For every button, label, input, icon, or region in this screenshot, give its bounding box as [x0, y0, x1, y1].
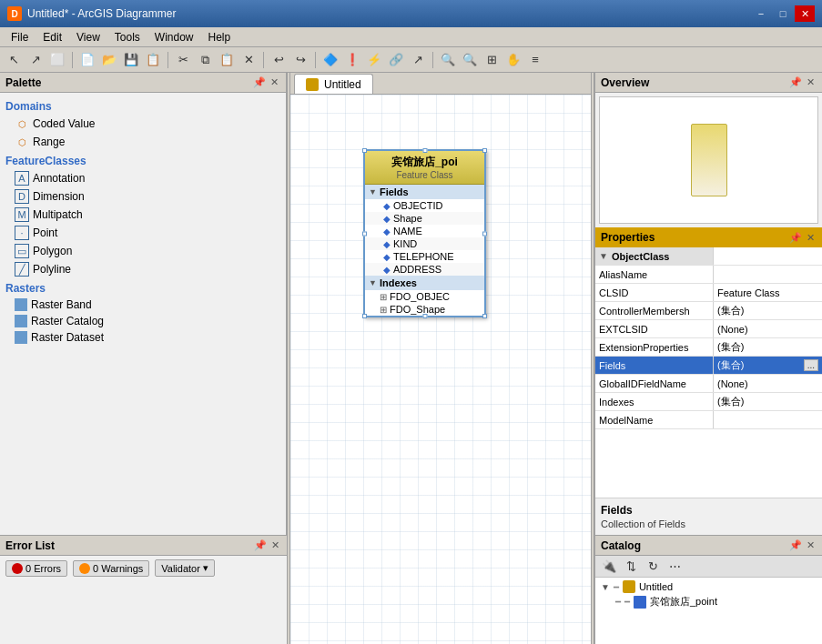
palette-raster-dataset[interactable]: Raster Dataset — [4, 329, 282, 346]
prop-aliasname[interactable]: AliasName — [595, 266, 822, 284]
menu-window[interactable]: Window — [147, 29, 201, 45]
toolbar-marquee[interactable]: ⬜ — [47, 50, 67, 70]
toolbar-link[interactable]: 🔗 — [386, 50, 406, 70]
expand-icon[interactable]: ⊞ — [380, 292, 387, 302]
overview-close[interactable]: ✕ — [804, 76, 817, 89]
palette-annotation[interactable]: A Annotation — [4, 169, 282, 187]
toolbar-connect[interactable]: ⚡ — [364, 50, 384, 70]
toolbar-redo[interactable]: ↪ — [290, 50, 310, 70]
prop-fields[interactable]: Fields (集合) ... — [595, 357, 822, 375]
prop-extclsid[interactable]: EXTCLSID (None) — [595, 320, 822, 338]
handle-bm[interactable] — [422, 314, 427, 318]
prop-clsid[interactable]: CLSID Feature Class — [595, 284, 822, 302]
field-shape[interactable]: ◆ Shape — [365, 212, 484, 225]
palette-dimension[interactable]: D Dimension — [4, 187, 282, 206]
catalog-refresh-button[interactable]: ↻ — [643, 557, 663, 577]
prop-modelname[interactable]: ModelName — [595, 411, 822, 429]
prop-controllermembership[interactable]: ControllerMembersh (集合) — [595, 302, 822, 320]
handle-bl[interactable] — [362, 314, 367, 318]
toolbar-select[interactable]: ↖ — [4, 50, 24, 70]
toolbar-export[interactable]: ↗ — [408, 50, 428, 70]
close-button[interactable]: ✕ — [795, 5, 815, 22]
toolbar-diagram[interactable]: 🔷 — [320, 50, 340, 70]
toolbar-cut[interactable]: ✂ — [173, 50, 193, 70]
maximize-button[interactable]: □ — [773, 5, 793, 22]
handle-tr[interactable] — [482, 148, 487, 153]
toolbar-zoom-in[interactable]: 🔍 — [438, 50, 458, 70]
menu-file[interactable]: File — [4, 29, 36, 45]
prop-section-objectclass[interactable]: ▼ ObjectClass — [595, 247, 822, 266]
palette-raster-band[interactable]: Raster Band — [4, 297, 282, 313]
canvas-container[interactable]: 宾馆旅店_poi Feature Class ▼ Fields ◆ OBJECT… — [290, 95, 591, 644]
palette-featureclasses-section[interactable]: FeatureClasses — [4, 151, 282, 169]
handle-tm[interactable] — [422, 148, 427, 153]
palette-domains-section[interactable]: Domains — [4, 96, 282, 115]
catalog-child-item[interactable]: ━ ━ 宾馆旅店_point — [612, 594, 820, 609]
catalog-root-item[interactable]: ▼ ━ Untitled — [597, 579, 820, 594]
menu-view[interactable]: View — [69, 29, 107, 45]
catalog-more-button[interactable]: ⋯ — [665, 557, 685, 577]
indexes-section-header[interactable]: ▼ Indexes — [365, 276, 484, 290]
prop-globalid[interactable]: GlobalIDFieldName (None) — [595, 375, 822, 393]
menu-help[interactable]: Help — [201, 29, 238, 45]
palette-coded-value[interactable]: ⬡ Coded Value — [4, 115, 282, 133]
expand-icon[interactable]: ⊞ — [380, 305, 387, 315]
warning-count-button[interactable]: 0 Warnings — [73, 560, 149, 577]
toolbar-zoom-out[interactable]: 🔍 — [460, 50, 480, 70]
prop-extensionproperties[interactable]: ExtensionProperties (集合) — [595, 338, 822, 357]
field-telephone[interactable]: ◆ TELEPHONE — [365, 250, 484, 263]
palette-polyline[interactable]: ╱ Polyline — [4, 260, 282, 278]
fields-collapse-icon[interactable]: ▼ — [369, 187, 377, 196]
toolbar-fit[interactable]: ⊞ — [482, 50, 502, 70]
toolbar-save[interactable]: 💾 — [121, 50, 141, 70]
field-address[interactable]: ◆ ADDRESS — [365, 263, 484, 276]
menu-edit[interactable]: Edit — [36, 29, 69, 45]
palette-range[interactable]: ⬡ Range — [4, 133, 282, 151]
error-panel-pin[interactable]: 📌 — [254, 539, 267, 552]
palette-raster-catalog[interactable]: Raster Catalog — [4, 313, 282, 329]
toolbar-xml[interactable]: 📋 — [143, 50, 163, 70]
palette-rasters-section[interactable]: Rasters — [4, 278, 282, 297]
toolbar-paste[interactable]: 📋 — [217, 50, 237, 70]
prop-indexes[interactable]: Indexes (集合) — [595, 393, 822, 411]
catalog-close[interactable]: ✕ — [804, 539, 817, 552]
catalog-sort-button[interactable]: ⇅ — [621, 557, 641, 577]
indexes-collapse-icon[interactable]: ▼ — [369, 278, 377, 287]
overview-pin[interactable]: 📌 — [789, 76, 802, 89]
feature-class-box[interactable]: 宾馆旅店_poi Feature Class ▼ Fields ◆ OBJECT… — [363, 149, 486, 317]
palette-close-button[interactable]: ✕ — [268, 76, 280, 89]
handle-tl[interactable] — [362, 148, 367, 153]
properties-close[interactable]: ✕ — [804, 231, 817, 244]
canvas-tab[interactable]: Untitled — [294, 74, 373, 94]
minimize-button[interactable]: − — [751, 5, 771, 22]
handle-mr[interactable] — [482, 231, 487, 236]
menu-tools[interactable]: Tools — [107, 29, 147, 45]
toolbar-pointer[interactable]: ↗ — [25, 50, 46, 70]
palette-point[interactable]: · Point — [4, 224, 282, 242]
properties-pin[interactable]: 📌 — [789, 231, 802, 244]
palette-multipatch[interactable]: M Multipatch — [4, 206, 282, 224]
toolbar-copy[interactable]: ⧉ — [195, 50, 215, 70]
fields-section-header[interactable]: ▼ Fields — [365, 185, 484, 199]
toolbar-new[interactable]: 📄 — [77, 50, 97, 70]
toolbar-pan[interactable]: ✋ — [503, 50, 523, 70]
error-count-button[interactable]: 0 Errors — [5, 560, 67, 577]
catalog-pin[interactable]: 📌 — [789, 539, 802, 552]
toolbar-undo[interactable]: ↩ — [269, 50, 289, 70]
toolbar-validate[interactable]: ❗ — [342, 50, 362, 70]
field-name-row[interactable]: ◆ NAME — [365, 225, 484, 237]
toolbar-arrange[interactable]: ≡ — [525, 50, 545, 70]
handle-ml[interactable] — [362, 231, 367, 236]
palette-pin-button[interactable]: 📌 — [253, 76, 266, 89]
toolbar-open[interactable]: 📂 — [99, 50, 119, 70]
index-fdo-objec[interactable]: ⊞ FDO_OBJEC — [365, 290, 484, 303]
toolbar-delete[interactable]: ✕ — [238, 50, 259, 70]
validator-button[interactable]: Validator ▾ — [155, 559, 215, 577]
field-objectid[interactable]: ◆ OBJECTID — [365, 199, 484, 212]
catalog-connect-button[interactable]: 🔌 — [599, 557, 619, 577]
error-panel-close[interactable]: ✕ — [269, 539, 281, 552]
palette-polygon[interactable]: ▭ Polygon — [4, 242, 282, 260]
handle-br[interactable] — [482, 314, 487, 318]
fields-browse-button[interactable]: ... — [804, 359, 818, 371]
field-kind[interactable]: ◆ KIND — [365, 237, 484, 250]
